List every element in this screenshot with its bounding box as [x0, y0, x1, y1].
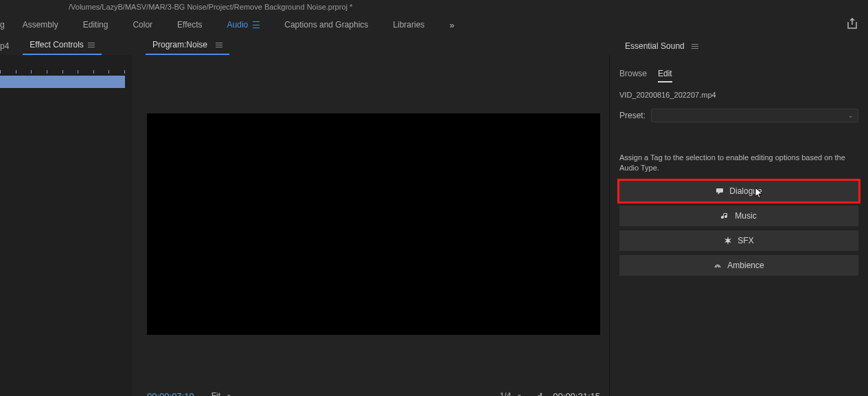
source-panel-tab[interactable]: p4 — [0, 37, 13, 55]
es-tab-edit[interactable]: Edit — [658, 69, 672, 82]
project-path: /Volumes/LazyB/MASV/MAR/3-BG Noise/Proje… — [69, 3, 352, 11]
workspace-tab-cut[interactable]: g — [0, 14, 10, 36]
overflow-icon[interactable]: » — [449, 20, 452, 30]
timecode-current[interactable]: 00:00:07:19 — [147, 391, 194, 397]
workspace-tab-captions[interactable]: Captions and Graphics — [272, 14, 380, 36]
clip-bar[interactable] — [0, 76, 125, 88]
panel-header-row: p4 Effect Controls Program: Noise Essent… — [0, 36, 868, 55]
chevron-down-icon: ▾ — [227, 393, 231, 396]
preset-label: Preset: — [619, 111, 646, 120]
tag-sfx-button[interactable]: SFX — [619, 230, 858, 251]
preset-dropdown[interactable]: ⌄ — [651, 109, 858, 122]
svg-rect-0 — [716, 188, 723, 192]
es-tab-browse[interactable]: Browse — [619, 69, 647, 82]
title-bar: /Volumes/LazyB/MASV/MAR/3-BG Noise/Proje… — [0, 0, 868, 14]
essential-sound-subtabs: Browse Edit — [610, 60, 868, 88]
workspace-tab-effects[interactable]: Effects — [165, 14, 214, 36]
panel-menu-icon[interactable] — [88, 43, 95, 47]
assign-tag-instructions: Assign a Tag to the selection to enable … — [610, 125, 868, 181]
settings-wrench-icon[interactable] — [534, 390, 543, 397]
preset-row: Preset: ⌄ — [610, 106, 868, 125]
tag-label: SFX — [738, 236, 753, 245]
selected-clip-name: VID_20200816_202207.mp4 — [610, 88, 868, 106]
workspace-tab-assembly[interactable]: Assembly — [10, 14, 71, 36]
workspace-tab-audio[interactable]: Audio — [215, 14, 273, 36]
essential-sound-panel: Browse Edit VID_20200816_202207.mp4 Pres… — [609, 55, 868, 396]
effect-controls-tab[interactable]: Effect Controls — [23, 36, 101, 55]
workspace-tab-color[interactable]: Color — [120, 14, 165, 36]
tag-music-button[interactable]: Music — [619, 206, 858, 226]
effect-controls-panel — [0, 55, 132, 396]
dialogue-icon — [716, 187, 724, 195]
tag-dialogue-button[interactable]: Dialogue — [619, 181, 858, 201]
transport-bar: 00:00:07:19 Fit ▾ 1/4 ▾ 00:00:21:15 — [147, 388, 600, 396]
tag-label: Music — [735, 211, 756, 221]
essential-sound-tab[interactable]: Essential Sound — [618, 37, 705, 55]
panel-menu-icon[interactable] — [692, 44, 698, 49]
export-icon[interactable] — [846, 18, 858, 32]
program-panel-tab[interactable]: Program: Noise — [146, 36, 229, 55]
timeline-ticks — [0, 70, 125, 74]
sfx-icon — [724, 236, 732, 245]
resolution-select[interactable]: 1/4 ▾ — [500, 391, 522, 396]
workspace-tab-libraries[interactable]: Libraries — [380, 14, 437, 36]
tag-label: Dialogue — [729, 186, 762, 196]
workspace-tab-editing[interactable]: Editing — [71, 14, 121, 36]
timecode-duration: 00:00:21:15 — [553, 391, 600, 397]
hamburger-icon — [253, 21, 260, 28]
chevron-down-icon: ▾ — [518, 393, 521, 396]
workspace-tabs: g Assembly Editing Color Effects Audio C… — [0, 14, 868, 36]
video-preview[interactable] — [147, 113, 600, 335]
tag-ambience-button[interactable]: Ambience — [619, 255, 858, 276]
panel-menu-icon[interactable] — [216, 43, 222, 47]
ambience-icon — [713, 261, 722, 270]
zoom-fit-select[interactable]: Fit ▾ — [212, 391, 231, 396]
chevron-down-icon: ⌄ — [848, 112, 854, 119]
tag-label: Ambience — [727, 261, 764, 270]
music-icon — [721, 212, 729, 220]
program-monitor-panel: 00:00:07:19 Fit ▾ 1/4 ▾ 00:00:21:15 — [132, 55, 609, 396]
